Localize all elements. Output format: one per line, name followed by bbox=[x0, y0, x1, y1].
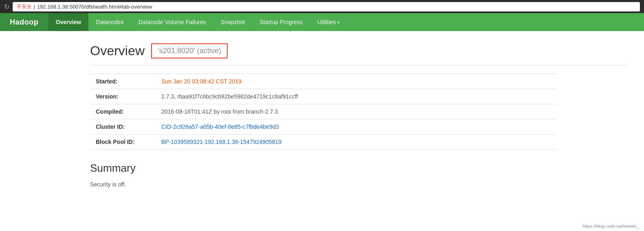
row-label: Compiled: bbox=[90, 104, 156, 119]
row-link[interactable]: CID-2c926a57-a05b-40ef-8e85-c7fbde4be9d3 bbox=[161, 123, 279, 130]
security-text: Security is off. bbox=[90, 181, 628, 188]
summary-section: Summary Security is off. bbox=[90, 162, 628, 188]
row-link[interactable]: BP-1039589321-192.168.1.38-1547924905819 bbox=[161, 139, 282, 145]
url-text: 192.168.1.38:50070/dfshealth.html#tab-ov… bbox=[37, 4, 152, 10]
navbar: Hadoop Overview Datanodes Datanode Volum… bbox=[0, 13, 644, 31]
utilities-label: Utilities bbox=[317, 19, 336, 25]
row-value: 2016-08-18T01:41Z by root from branch-2.… bbox=[156, 104, 557, 119]
nav-item-overview[interactable]: Overview bbox=[48, 13, 88, 31]
row-value[interactable]: Sun Jan 20 03:08:42 CST 2019 bbox=[156, 74, 557, 89]
navbar-brand[interactable]: Hadoop bbox=[0, 13, 48, 31]
nav-link-datanodes[interactable]: Datanodes bbox=[88, 13, 131, 31]
main-content: Overview 's201:8020' (active) Started:Su… bbox=[0, 31, 644, 200]
row-value: 2.7.3, rbaa91f7c6bc9cb92be5982de4719c1c8… bbox=[156, 89, 557, 104]
page-title: Overview bbox=[90, 43, 145, 58]
row-label: Block Pool ID: bbox=[90, 135, 156, 150]
nav-item-datanodes[interactable]: Datanodes bbox=[88, 13, 131, 31]
row-value[interactable]: BP-1039589321-192.168.1.38-1547924905819 bbox=[156, 135, 557, 150]
table-row: Version:2.7.3, rbaa91f7c6bc9cb92be5982de… bbox=[90, 89, 557, 104]
table-row: Started:Sun Jan 20 03:08:42 CST 2019 bbox=[90, 74, 557, 89]
row-value[interactable]: CID-2c926a57-a05b-40ef-8e85-c7fbde4be9d3 bbox=[156, 119, 557, 135]
nav-link-utilities[interactable]: Utilities ▾ bbox=[310, 13, 347, 31]
nav-link-snapshot[interactable]: Snapshot bbox=[213, 13, 252, 31]
table-row: Cluster ID:CID-2c926a57-a05b-40ef-8e85-c… bbox=[90, 119, 557, 135]
nav-item-startup-progress[interactable]: Startup Progress bbox=[252, 13, 310, 31]
nav-link-startup-progress[interactable]: Startup Progress bbox=[252, 13, 310, 31]
row-label: Cluster ID: bbox=[90, 119, 156, 135]
navbar-nav: Overview Datanodes Datanode Volume Failu… bbox=[48, 13, 347, 31]
nav-link-datanode-volume-failures[interactable]: Datanode Volume Failures bbox=[131, 13, 213, 31]
nav-item-snapshot[interactable]: Snapshot bbox=[213, 13, 252, 31]
overview-header: Overview 's201:8020' (active) bbox=[90, 43, 628, 65]
reload-icon[interactable]: ↻ bbox=[4, 3, 9, 11]
row-label: Started: bbox=[90, 74, 156, 89]
info-table: Started:Sun Jan 20 03:08:42 CST 2019Vers… bbox=[90, 74, 557, 150]
url-separator: | bbox=[34, 4, 35, 10]
summary-title: Summary bbox=[90, 162, 628, 175]
table-row: Compiled:2016-08-18T01:41Z by root from … bbox=[90, 104, 557, 119]
dropdown-arrow-icon: ▾ bbox=[337, 20, 339, 25]
active-host-badge: 's201:8020' (active) bbox=[151, 43, 228, 58]
url-bar[interactable]: 不安全 | 192.168.1.38:50070/dfshealth.html#… bbox=[13, 2, 640, 11]
nav-item-utilities[interactable]: Utilities ▾ bbox=[310, 13, 347, 31]
insecure-label: 不安全 bbox=[17, 3, 32, 10]
row-label: Version: bbox=[90, 89, 156, 104]
table-row: Block Pool ID:BP-1039589321-192.168.1.38… bbox=[90, 135, 557, 150]
nav-item-datanode-volume-failures[interactable]: Datanode Volume Failures bbox=[131, 13, 213, 31]
browser-chrome: ↻ 不安全 | 192.168.1.38:50070/dfshealth.htm… bbox=[0, 0, 644, 13]
nav-link-overview[interactable]: Overview bbox=[48, 13, 88, 31]
